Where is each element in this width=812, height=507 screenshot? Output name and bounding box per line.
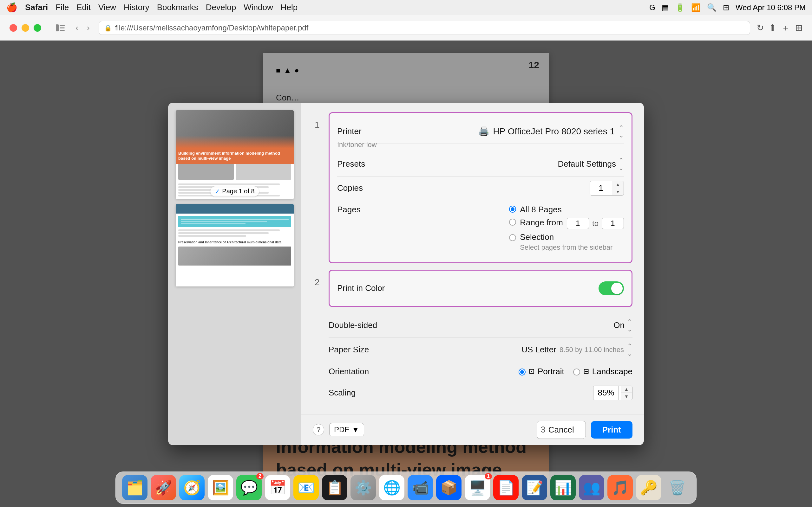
menu-develop[interactable]: Develop [206,3,236,12]
address-bar[interactable]: 🔒 file:///Users/melissachaoyamfong/Deskt… [99,21,750,35]
dock-item-safari[interactable]: 🧭 [179,475,205,500]
dock-item-acrobat[interactable]: 📄 [493,475,519,500]
pages-radio-group: All 8 Pages Range from [509,205,624,251]
finder-icon[interactable]: 🗂️ [122,475,148,500]
scaling-decrement[interactable]: ▼ [621,393,632,400]
new-tab-button[interactable]: ＋ [781,22,790,34]
menu-help[interactable]: Help [281,3,298,12]
menu-window[interactable]: Window [244,3,273,12]
dock-item-systemprefs[interactable]: ⚙️ [351,475,376,500]
copies-input[interactable] [590,181,612,195]
dock-item-word[interactable]: 📝 [522,475,547,500]
dock-item-messages[interactable]: 💬 2 [236,475,262,500]
dock-item-calendar[interactable]: 📅 [265,475,290,500]
word-icon[interactable]: 📝 [522,475,547,500]
orientation-group: ⊡ Portrait ⊟ Landscape [519,367,632,377]
apple-menu[interactable]: 🍎 [6,2,17,13]
presets-chevron: ⌃⌄ [618,157,624,172]
close-button[interactable] [9,24,17,32]
copies-stepper[interactable]: ▲ ▼ [590,181,624,195]
photos-icon[interactable]: 🖼️ [208,475,233,500]
dock-item-freeform[interactable]: 📋 [322,475,347,500]
dock-item-photos[interactable]: 🖼️ [208,475,233,500]
teams-icon[interactable]: 👥 [579,475,604,500]
forward-button[interactable]: › [84,21,92,34]
menu-view[interactable]: View [98,3,116,12]
range-option[interactable]: Range from to [509,218,624,229]
wifi-icon[interactable]: 📶 [691,3,701,12]
preview-thumb-2[interactable]: Preservation and Inheritance of Architec… [176,204,294,286]
dock-item-finder[interactable]: 🗂️ [122,475,148,500]
presets-select[interactable]: Default Settings ⌃⌄ [558,157,624,172]
color-toggle[interactable] [599,281,624,295]
trash-icon[interactable]: 🗑️ [664,475,690,500]
notes-icon[interactable]: 📧 [293,475,319,500]
dock-item-teams[interactable]: 👥 [579,475,604,500]
menu-history[interactable]: History [124,3,149,12]
control-strip-icon[interactable]: ⊞ [723,3,729,12]
reload-button[interactable]: ↻ [757,22,764,33]
double-sided-select[interactable]: On ⌃⌄ [613,318,632,333]
selection-radio[interactable] [509,234,516,241]
back-button[interactable]: ‹ [73,21,81,34]
excel-icon[interactable]: 📊 [550,475,576,500]
zoom-icon[interactable]: 📹 [408,475,433,500]
dropbox-icon[interactable]: 📦 [436,475,461,500]
scaling-increment[interactable]: ▲ [621,386,632,393]
share-button[interactable]: ⬆ [769,22,776,33]
scaling-stepper[interactable]: ▲ ▼ [593,386,632,400]
calendar-icon[interactable]: 📅 [265,475,290,500]
dock-item-dropbox[interactable]: 📦 [436,475,461,500]
control-center-icon[interactable]: ▤ [662,3,669,12]
all-pages-option[interactable]: All 8 Pages [509,205,624,215]
copies-increment[interactable]: ▲ [612,181,623,188]
range-radio[interactable] [509,219,516,226]
minimize-button[interactable] [21,24,29,32]
dock-item-notes[interactable]: 📧 [293,475,319,500]
pdf-dropdown[interactable]: PDF ▼ [329,423,364,436]
menu-safari[interactable]: Safari [25,3,48,12]
range-from-input[interactable] [567,218,589,229]
double-sided-chevron: ⌃⌄ [627,318,632,333]
dock-item-preview[interactable]: 🖥️ 1 [465,475,490,500]
dock-item-keychain[interactable]: 🔑 [636,475,661,500]
launchpad-icon[interactable]: 🚀 [151,475,176,500]
dock-item-zoom[interactable]: 📹 [408,475,433,500]
settings-wrapper: 1 Printer 🖨️ HP OfficeJet Pro 8020 serie… [313,112,632,405]
portrait-radio[interactable] [519,369,525,376]
print-button[interactable]: Print [591,421,632,439]
dock-item-launchpad[interactable]: 🚀 [151,475,176,500]
landscape-option[interactable]: ⊟ Landscape [573,367,632,377]
portrait-option[interactable]: ⊡ Portrait [519,367,564,377]
freeform-icon[interactable]: 📋 [322,475,347,500]
menu-edit[interactable]: Edit [77,3,91,12]
dock-item-trash[interactable]: 🗑️ [664,475,690,500]
menu-file[interactable]: File [55,3,69,12]
systemprefs-icon[interactable]: ⚙️ [351,475,376,500]
help-button[interactable]: ? [313,424,324,435]
waveditor-icon[interactable]: 🎵 [607,475,633,500]
copies-decrement[interactable]: ▼ [612,188,623,195]
range-to-input[interactable] [602,218,624,229]
selection-option[interactable]: Selection Select pages from the sidebar [509,232,624,251]
scaling-input[interactable] [594,386,619,400]
landscape-radio[interactable] [573,369,580,376]
acrobat-icon[interactable]: 📄 [493,475,519,500]
orientation-label: Orientation [328,367,369,377]
dock-item-waveditor[interactable]: 🎵 [607,475,633,500]
maximize-button[interactable] [34,24,41,32]
keychain-icon[interactable]: 🔑 [636,475,661,500]
paper-size-select[interactable]: US Letter 8.50 by 11.00 inches ⌃⌄ [521,342,632,357]
dock-item-excel[interactable]: 📊 [550,475,576,500]
sidebar-toggle-button[interactable] [54,23,67,32]
menu-bookmarks[interactable]: Bookmarks [157,3,198,12]
sidebar-button[interactable]: ⊞ [795,22,803,33]
safari-icon[interactable]: 🧭 [179,475,205,500]
all-pages-radio[interactable] [509,206,516,213]
preview-thumb-1[interactable]: Building environment information modelin… [176,110,294,199]
printer-name[interactable]: 🖨️ HP OfficeJet Pro 8020 series 1 ⌃⌄ [478,124,624,139]
dock-item-chrome[interactable]: 🌐 [379,475,404,500]
search-icon[interactable]: 🔍 [707,3,716,12]
chrome-icon[interactable]: 🌐 [379,475,404,500]
presets-value: Default Settings [558,159,616,169]
